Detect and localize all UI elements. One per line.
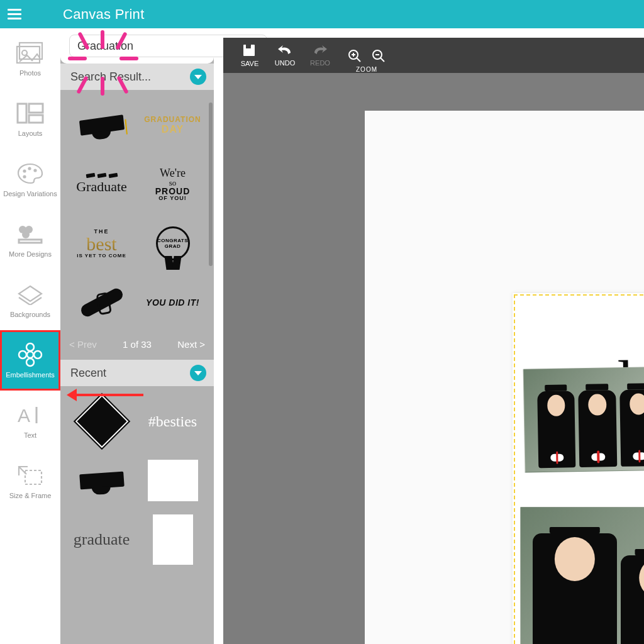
rail-label: Backgrounds [9,311,52,318]
collapse-icon[interactable] [190,365,206,381]
rail-text[interactable]: A Text [0,391,60,451]
canvas-photo-2[interactable] [520,507,644,644]
recent-heading: Recent [70,367,106,380]
tool-rail: Photos Layouts Design Variations More De… [0,28,60,644]
label: UNDO [275,59,295,67]
text: YOU DID IT! [146,297,199,308]
text: DAY [162,124,184,135]
svg-rect-5 [29,115,43,123]
embellishments-panel: ✕ Search Result... GRADUATION DAY Gradua… [60,28,214,644]
results-grid: GRADUATION DAY Graduate We're so PROUD O… [60,90,214,335]
recent-blank-1[interactable] [142,459,204,502]
label: SAVE [241,60,259,67]
text: best [86,235,116,253]
ribbon-icon: CONGRATS GRAD [156,226,190,260]
text: CONGRATS GRAD [157,238,188,249]
text: IS YET TO COME [77,253,126,258]
text: PROUD [155,187,191,196]
rail-label: More Designs [8,250,53,258]
prev-page[interactable]: < Prev [69,339,97,350]
redo-button[interactable]: REDO [303,38,338,73]
embellishment-graduate-script[interactable]: Graduate [70,163,133,206]
label: REDO [310,59,330,67]
text: #besties [148,413,197,430]
flower-icon [14,342,46,367]
app-header: Canvas Print [0,0,644,28]
text-icon: A [14,402,46,428]
more-designs-icon [14,221,46,247]
text: Graduate [76,179,127,195]
app-title: Canvas Print [63,6,145,23]
canvas-page[interactable]: graduate [513,293,644,644]
rail-label: Layouts [17,130,44,137]
page-position: 1 of 33 [123,339,152,350]
panel-scrollbar[interactable] [209,103,213,266]
rail-label: Embellishments [4,371,56,379]
rail-photos[interactable]: Photos [0,28,60,89]
pager: < Prev 1 of 33 Next > [60,335,214,360]
text: OF YOU! [158,196,186,201]
recent-header[interactable]: Recent [60,360,214,386]
recent-blank-2[interactable] [142,518,204,561]
embellishment-congrats-ribbon[interactable]: CONGRATS GRAD [142,222,204,265]
svg-rect-4 [29,104,43,113]
workspace[interactable]: graduate [223,73,644,644]
svg-point-17 [26,358,34,366]
rail-more-designs[interactable]: More Designs [0,209,60,270]
embellishment-diploma[interactable] [70,281,133,324]
svg-line-34 [380,58,384,62]
embellishment-best-yet[interactable]: THE best IS YET TO COME [70,222,133,265]
menu-button[interactable] [0,0,28,28]
annotation-arrow [75,394,143,396]
svg-line-30 [357,58,360,62]
action-toolbar: SAVE UNDO REDO ZOOM [223,38,644,73]
svg-point-15 [27,352,33,358]
recent-cap[interactable] [70,459,133,502]
backgrounds-icon [14,282,46,307]
embellishment-grad-cap[interactable] [70,104,133,147]
text: GRADUATION [144,115,201,124]
recent-graduate-script[interactable]: graduate [70,518,133,561]
rail-label: Design Variations [2,190,58,197]
svg-point-16 [26,343,34,351]
undo-button[interactable]: UNDO [267,38,303,73]
palette-icon [14,161,46,186]
svg-point-6 [23,169,26,172]
rail-design-variations[interactable]: Design Variations [0,149,60,209]
svg-rect-22 [25,470,42,484]
photos-icon [14,40,46,65]
rail-label: Text [23,431,38,439]
recent-grid: #besties graduate [60,386,214,572]
rail-label: Size & Frame [8,492,53,499]
recent-besties[interactable]: #besties [142,400,204,443]
zoom-label: ZOOM [343,66,391,73]
svg-point-18 [19,351,26,358]
size-frame-icon [14,463,46,488]
rail-size-frame[interactable]: Size & Frame [0,451,60,511]
embellishment-proud[interactable]: We're so PROUD OF YOU! [142,163,204,206]
text: We're [160,167,186,179]
search-input[interactable] [77,40,223,53]
svg-text:A: A [18,405,30,426]
svg-point-19 [34,351,42,358]
svg-rect-3 [18,104,26,123]
collapse-icon[interactable] [190,69,206,85]
svg-point-8 [33,169,36,172]
svg-rect-13 [19,240,42,243]
svg-point-2 [22,50,27,55]
next-page[interactable]: Next > [177,339,205,350]
embellishment-you-did-it[interactable]: YOU DID IT! [142,281,204,324]
rail-backgrounds[interactable]: Backgrounds [0,270,60,330]
embellishment-graduation-day[interactable]: GRADUATION DAY [142,104,204,147]
svg-point-12 [22,231,30,238]
svg-point-9 [23,175,26,178]
rail-layouts[interactable]: Layouts [0,89,60,149]
text: graduate [74,530,130,549]
svg-rect-27 [246,45,251,48]
rail-embellishments[interactable]: Embellishments [0,330,60,391]
canvas-photo-1[interactable] [523,365,644,472]
save-button[interactable]: SAVE [232,38,267,73]
svg-point-7 [28,167,31,170]
recent-diamond[interactable] [70,400,133,443]
hamburger-icon [8,13,21,15]
